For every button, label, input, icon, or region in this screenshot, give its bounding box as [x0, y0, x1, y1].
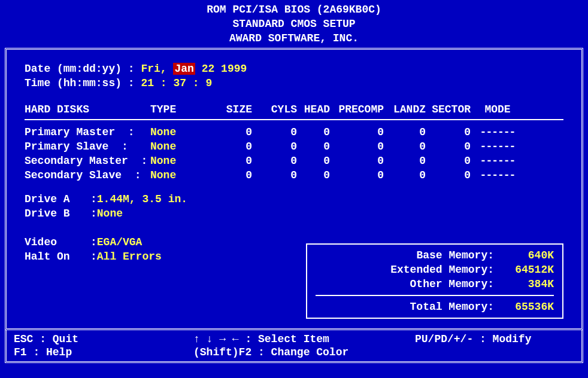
drive-a-label: Drive A: [25, 192, 90, 206]
time-hh[interactable]: 21: [141, 77, 154, 89]
hdr-sector: SECTOR: [426, 102, 471, 117]
date-dd[interactable]: 22: [202, 63, 215, 75]
footer-help-bar: ESC : Quit ↑ ↓ → ← : Select Item PU/PD/+…: [5, 330, 583, 363]
disk-table-body: Primary Master :None000000------Primary …: [25, 125, 563, 182]
disk-sector: 0: [426, 168, 471, 182]
disk-row[interactable]: Primary Master :None000000------: [25, 125, 563, 139]
disk-sector: 0: [426, 154, 471, 168]
disk-mode: ------: [471, 168, 519, 182]
disk-row[interactable]: Primary Slave :None000000------: [25, 139, 563, 154]
left-info-panel: Drive A : 1.44M, 3.5 in. Drive B : None …: [25, 192, 282, 264]
disk-cyls: 0: [252, 168, 297, 182]
disk-name: Secondary Slave :: [25, 168, 150, 182]
disk-type[interactable]: None: [150, 168, 204, 182]
divider: [25, 119, 563, 120]
date-year[interactable]: 1999: [221, 63, 247, 75]
video-row[interactable]: Video : EGA/VGA: [25, 235, 282, 249]
video-label: Video: [25, 235, 90, 249]
disk-head: 0: [297, 168, 330, 182]
hdr-hard-disks: HARD DISKS: [25, 102, 150, 117]
halt-label: Halt On: [25, 249, 90, 264]
disk-size: 0: [204, 168, 252, 182]
header-line-2: STANDARD CMOS SETUP: [5, 17, 583, 31]
time-ss[interactable]: 9: [205, 77, 212, 89]
hdr-landz: LANDZ: [384, 102, 426, 117]
base-memory-value: 640K: [494, 248, 554, 263]
disk-table-header: HARD DISKS TYPE SIZE CYLS HEAD PRECOMP L…: [25, 102, 563, 117]
disk-head: 0: [297, 139, 330, 154]
drive-a-value[interactable]: 1.44M, 3.5 in.: [97, 192, 187, 206]
disk-sector: 0: [426, 125, 471, 139]
time-mm[interactable]: 37: [173, 77, 186, 89]
drive-b-value[interactable]: None: [97, 206, 123, 221]
bios-screen: ROM PCI/ISA BIOS (2A69KB0C) STANDARD CMO…: [0, 0, 588, 378]
memory-panel: Base Memory:640K Extended Memory:64512K …: [306, 243, 563, 319]
total-memory-value: 65536K: [494, 300, 554, 314]
disk-cyls: 0: [252, 154, 297, 168]
date-row: Date (mm:dd:yy) : Fri, Jan 22 1999: [25, 62, 563, 76]
bios-header: ROM PCI/ISA BIOS (2A69KB0C) STANDARD CMO…: [5, 2, 583, 45]
hdr-mode: MODE: [471, 102, 519, 117]
disk-cyls: 0: [252, 125, 297, 139]
key-hint-shift-f2: (Shift)F2 : Change Color: [193, 346, 415, 359]
disk-cyls: 0: [252, 139, 297, 154]
time-row: Time (hh:mm:ss) : 21 : 37 : 9: [25, 76, 563, 90]
disk-size: 0: [204, 139, 252, 154]
hdr-head: HEAD: [297, 102, 330, 117]
disk-row[interactable]: Secondary Slave :None000000------: [25, 168, 563, 182]
total-memory-label: Total Memory:: [410, 300, 494, 314]
hdr-precomp: PRECOMP: [330, 102, 384, 117]
disk-row[interactable]: Secondary Master :None000000------: [25, 154, 563, 168]
disk-mode: ------: [471, 139, 519, 154]
other-memory-value: 384K: [494, 277, 554, 291]
disk-name: Primary Master :: [25, 125, 150, 139]
key-hint-pupd: PU/PD/+/- : Modify: [415, 333, 574, 346]
extended-memory-value: 64512K: [494, 263, 554, 277]
drive-b-row[interactable]: Drive B : None: [25, 206, 282, 221]
time-label: Time (hh:mm:ss): [25, 77, 122, 89]
disk-precomp: 0: [330, 125, 384, 139]
hdr-cyls: CYLS: [252, 102, 297, 117]
key-hint-f1: F1 : Help: [14, 346, 193, 359]
extended-memory-label: Extended Memory:: [390, 263, 494, 277]
disk-mode: ------: [471, 125, 519, 139]
base-memory-label: Base Memory:: [416, 248, 494, 263]
key-hint-esc: ESC : Quit: [14, 333, 193, 346]
disk-landz: 0: [384, 139, 426, 154]
date-month-selected[interactable]: Jan: [173, 63, 195, 75]
disk-mode: ------: [471, 154, 519, 168]
main-panel: Date (mm:dd:yy) : Fri, Jan 22 1999 Time …: [5, 48, 583, 330]
drive-a-row[interactable]: Drive A : 1.44M, 3.5 in.: [25, 192, 282, 206]
other-memory-label: Other Memory:: [410, 277, 494, 291]
header-line-1: ROM PCI/ISA BIOS (2A69KB0C): [5, 2, 583, 17]
video-value[interactable]: EGA/VGA: [97, 235, 143, 249]
hdr-type: TYPE: [150, 102, 204, 117]
halt-row[interactable]: Halt On : All Errors: [25, 249, 282, 264]
disk-sector: 0: [426, 139, 471, 154]
disk-landz: 0: [384, 154, 426, 168]
disk-type[interactable]: None: [150, 154, 204, 168]
disk-precomp: 0: [330, 154, 384, 168]
disk-precomp: 0: [330, 168, 384, 182]
drive-b-label: Drive B: [25, 206, 90, 221]
disk-size: 0: [204, 125, 252, 139]
disk-head: 0: [297, 154, 330, 168]
key-hint-arrows: ↑ ↓ → ← : Select Item: [193, 333, 415, 346]
halt-value[interactable]: All Errors: [97, 249, 162, 264]
date-day[interactable]: Fri: [141, 63, 160, 75]
disk-precomp: 0: [330, 139, 384, 154]
disk-landz: 0: [384, 168, 426, 182]
hdr-size: SIZE: [204, 102, 252, 117]
disk-landz: 0: [384, 125, 426, 139]
disk-type[interactable]: None: [150, 125, 204, 139]
header-line-3: AWARD SOFTWARE, INC.: [5, 31, 583, 45]
disk-type[interactable]: None: [150, 139, 204, 154]
disk-name: Secondary Master :: [25, 154, 150, 168]
disk-name: Primary Slave :: [25, 139, 150, 154]
disk-head: 0: [297, 125, 330, 139]
disk-size: 0: [204, 154, 252, 168]
memory-divider: [316, 295, 554, 296]
date-label: Date (mm:dd:yy): [25, 63, 122, 75]
